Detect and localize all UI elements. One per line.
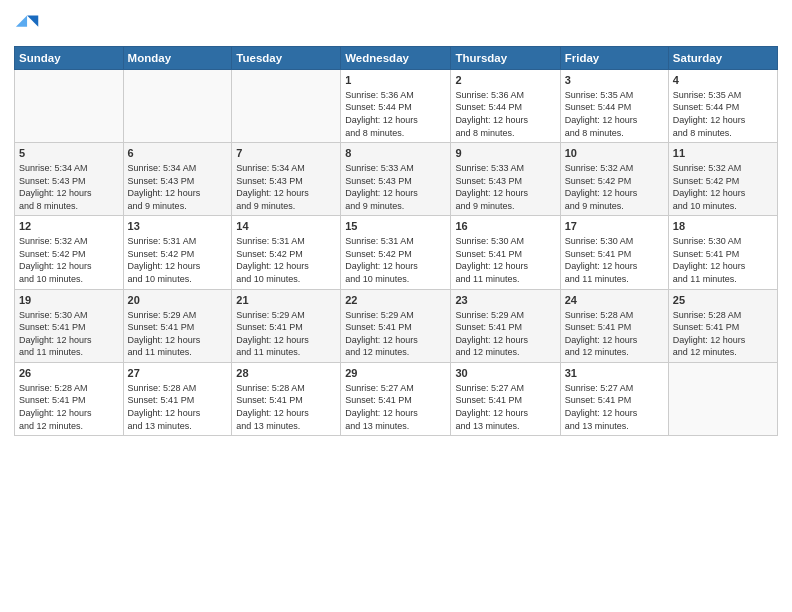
day-info: Sunrise: 5:28 AM Sunset: 5:41 PM Dayligh… (128, 382, 228, 432)
day-number: 4 (673, 73, 773, 88)
svg-marker-0 (27, 16, 38, 27)
svg-marker-1 (16, 16, 27, 27)
day-cell: 15Sunrise: 5:31 AM Sunset: 5:42 PM Dayli… (341, 216, 451, 289)
day-number: 24 (565, 293, 664, 308)
day-info: Sunrise: 5:30 AM Sunset: 5:41 PM Dayligh… (565, 235, 664, 285)
col-header-friday: Friday (560, 47, 668, 70)
day-cell: 2Sunrise: 5:36 AM Sunset: 5:44 PM Daylig… (451, 70, 560, 143)
day-info: Sunrise: 5:33 AM Sunset: 5:43 PM Dayligh… (455, 162, 555, 212)
day-cell: 7Sunrise: 5:34 AM Sunset: 5:43 PM Daylig… (232, 143, 341, 216)
day-number: 30 (455, 366, 555, 381)
day-cell: 18Sunrise: 5:30 AM Sunset: 5:41 PM Dayli… (668, 216, 777, 289)
day-number: 31 (565, 366, 664, 381)
day-cell: 27Sunrise: 5:28 AM Sunset: 5:41 PM Dayli… (123, 362, 232, 435)
week-row-2: 5Sunrise: 5:34 AM Sunset: 5:43 PM Daylig… (15, 143, 778, 216)
day-cell: 28Sunrise: 5:28 AM Sunset: 5:41 PM Dayli… (232, 362, 341, 435)
day-info: Sunrise: 5:34 AM Sunset: 5:43 PM Dayligh… (236, 162, 336, 212)
week-row-5: 26Sunrise: 5:28 AM Sunset: 5:41 PM Dayli… (15, 362, 778, 435)
day-info: Sunrise: 5:31 AM Sunset: 5:42 PM Dayligh… (345, 235, 446, 285)
col-header-thursday: Thursday (451, 47, 560, 70)
day-info: Sunrise: 5:28 AM Sunset: 5:41 PM Dayligh… (673, 309, 773, 359)
col-header-tuesday: Tuesday (232, 47, 341, 70)
day-info: Sunrise: 5:27 AM Sunset: 5:41 PM Dayligh… (565, 382, 664, 432)
day-number: 2 (455, 73, 555, 88)
day-cell: 9Sunrise: 5:33 AM Sunset: 5:43 PM Daylig… (451, 143, 560, 216)
day-cell: 4Sunrise: 5:35 AM Sunset: 5:44 PM Daylig… (668, 70, 777, 143)
day-cell (15, 70, 124, 143)
day-info: Sunrise: 5:33 AM Sunset: 5:43 PM Dayligh… (345, 162, 446, 212)
day-info: Sunrise: 5:29 AM Sunset: 5:41 PM Dayligh… (455, 309, 555, 359)
day-number: 16 (455, 219, 555, 234)
day-cell (232, 70, 341, 143)
day-cell: 23Sunrise: 5:29 AM Sunset: 5:41 PM Dayli… (451, 289, 560, 362)
day-info: Sunrise: 5:27 AM Sunset: 5:41 PM Dayligh… (455, 382, 555, 432)
header-row: SundayMondayTuesdayWednesdayThursdayFrid… (15, 47, 778, 70)
col-header-saturday: Saturday (668, 47, 777, 70)
day-info: Sunrise: 5:31 AM Sunset: 5:42 PM Dayligh… (236, 235, 336, 285)
day-number: 11 (673, 146, 773, 161)
day-number: 8 (345, 146, 446, 161)
col-header-wednesday: Wednesday (341, 47, 451, 70)
day-cell: 20Sunrise: 5:29 AM Sunset: 5:41 PM Dayli… (123, 289, 232, 362)
day-info: Sunrise: 5:36 AM Sunset: 5:44 PM Dayligh… (455, 89, 555, 139)
day-cell: 3Sunrise: 5:35 AM Sunset: 5:44 PM Daylig… (560, 70, 668, 143)
week-row-3: 12Sunrise: 5:32 AM Sunset: 5:42 PM Dayli… (15, 216, 778, 289)
day-number: 27 (128, 366, 228, 381)
day-cell: 8Sunrise: 5:33 AM Sunset: 5:43 PM Daylig… (341, 143, 451, 216)
day-number: 10 (565, 146, 664, 161)
day-info: Sunrise: 5:34 AM Sunset: 5:43 PM Dayligh… (19, 162, 119, 212)
day-cell: 21Sunrise: 5:29 AM Sunset: 5:41 PM Dayli… (232, 289, 341, 362)
day-info: Sunrise: 5:35 AM Sunset: 5:44 PM Dayligh… (565, 89, 664, 139)
day-number: 19 (19, 293, 119, 308)
day-info: Sunrise: 5:35 AM Sunset: 5:44 PM Dayligh… (673, 89, 773, 139)
day-number: 22 (345, 293, 446, 308)
day-info: Sunrise: 5:36 AM Sunset: 5:44 PM Dayligh… (345, 89, 446, 139)
logo-icon (14, 10, 42, 38)
day-number: 14 (236, 219, 336, 234)
day-info: Sunrise: 5:29 AM Sunset: 5:41 PM Dayligh… (236, 309, 336, 359)
day-number: 15 (345, 219, 446, 234)
day-cell: 13Sunrise: 5:31 AM Sunset: 5:42 PM Dayli… (123, 216, 232, 289)
day-info: Sunrise: 5:29 AM Sunset: 5:41 PM Dayligh… (128, 309, 228, 359)
header (14, 10, 778, 38)
day-info: Sunrise: 5:32 AM Sunset: 5:42 PM Dayligh… (673, 162, 773, 212)
day-cell: 6Sunrise: 5:34 AM Sunset: 5:43 PM Daylig… (123, 143, 232, 216)
page-container: SundayMondayTuesdayWednesdayThursdayFrid… (0, 0, 792, 612)
day-cell: 29Sunrise: 5:27 AM Sunset: 5:41 PM Dayli… (341, 362, 451, 435)
day-number: 13 (128, 219, 228, 234)
day-info: Sunrise: 5:34 AM Sunset: 5:43 PM Dayligh… (128, 162, 228, 212)
day-info: Sunrise: 5:30 AM Sunset: 5:41 PM Dayligh… (673, 235, 773, 285)
day-cell: 10Sunrise: 5:32 AM Sunset: 5:42 PM Dayli… (560, 143, 668, 216)
day-info: Sunrise: 5:30 AM Sunset: 5:41 PM Dayligh… (455, 235, 555, 285)
day-cell: 26Sunrise: 5:28 AM Sunset: 5:41 PM Dayli… (15, 362, 124, 435)
logo (14, 10, 46, 38)
day-cell: 5Sunrise: 5:34 AM Sunset: 5:43 PM Daylig… (15, 143, 124, 216)
day-number: 12 (19, 219, 119, 234)
day-number: 26 (19, 366, 119, 381)
day-info: Sunrise: 5:31 AM Sunset: 5:42 PM Dayligh… (128, 235, 228, 285)
col-header-monday: Monday (123, 47, 232, 70)
day-info: Sunrise: 5:32 AM Sunset: 5:42 PM Dayligh… (565, 162, 664, 212)
day-cell (668, 362, 777, 435)
day-info: Sunrise: 5:29 AM Sunset: 5:41 PM Dayligh… (345, 309, 446, 359)
day-number: 18 (673, 219, 773, 234)
day-info: Sunrise: 5:28 AM Sunset: 5:41 PM Dayligh… (236, 382, 336, 432)
calendar-table: SundayMondayTuesdayWednesdayThursdayFrid… (14, 46, 778, 436)
day-cell: 16Sunrise: 5:30 AM Sunset: 5:41 PM Dayli… (451, 216, 560, 289)
day-cell: 12Sunrise: 5:32 AM Sunset: 5:42 PM Dayli… (15, 216, 124, 289)
day-cell: 22Sunrise: 5:29 AM Sunset: 5:41 PM Dayli… (341, 289, 451, 362)
day-number: 17 (565, 219, 664, 234)
day-number: 20 (128, 293, 228, 308)
day-info: Sunrise: 5:27 AM Sunset: 5:41 PM Dayligh… (345, 382, 446, 432)
col-header-sunday: Sunday (15, 47, 124, 70)
day-number: 5 (19, 146, 119, 161)
day-cell: 30Sunrise: 5:27 AM Sunset: 5:41 PM Dayli… (451, 362, 560, 435)
day-info: Sunrise: 5:30 AM Sunset: 5:41 PM Dayligh… (19, 309, 119, 359)
day-info: Sunrise: 5:32 AM Sunset: 5:42 PM Dayligh… (19, 235, 119, 285)
day-number: 28 (236, 366, 336, 381)
day-cell: 1Sunrise: 5:36 AM Sunset: 5:44 PM Daylig… (341, 70, 451, 143)
day-number: 29 (345, 366, 446, 381)
day-number: 7 (236, 146, 336, 161)
week-row-4: 19Sunrise: 5:30 AM Sunset: 5:41 PM Dayli… (15, 289, 778, 362)
day-cell: 24Sunrise: 5:28 AM Sunset: 5:41 PM Dayli… (560, 289, 668, 362)
